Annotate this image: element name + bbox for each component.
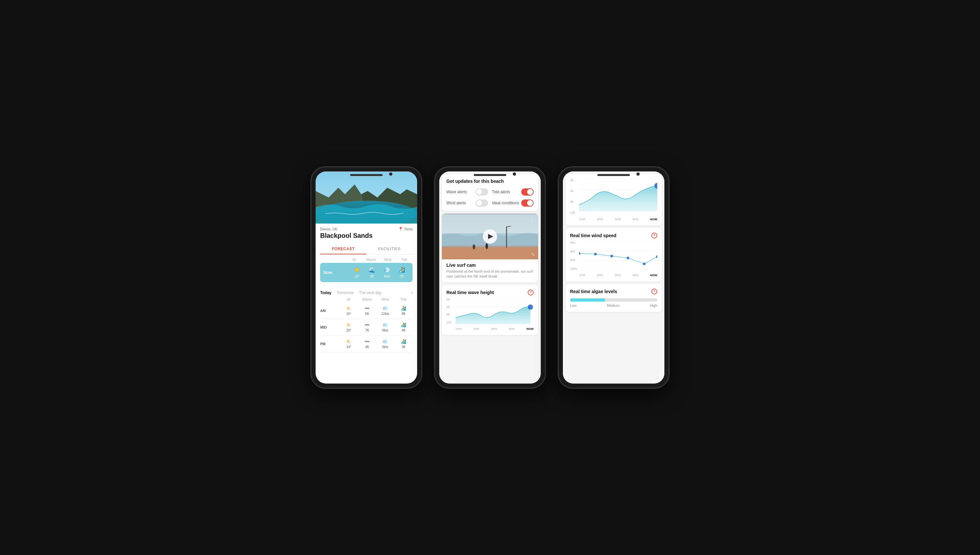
tide-chart-area (579, 179, 657, 214)
algae-labels: Low Medium High (570, 303, 657, 308)
period-tomorrow[interactable]: Tomorrow (337, 290, 354, 295)
video-thumbnail: ⋮ ⤡ (442, 214, 538, 259)
am-wind-val: 12kts (381, 312, 389, 316)
algae-card: Real time algae levels ? Low Medium High (566, 284, 662, 312)
algae-medium: Medium (607, 303, 619, 308)
tide-y-0ft: 0ft (570, 179, 578, 182)
toggle-tide[interactable] (521, 188, 534, 196)
now-label: Now (323, 270, 350, 275)
mid-wind: 💨 8kts (376, 322, 395, 332)
svg-rect-7 (442, 245, 538, 247)
pm-tide-icon: 🏄 (401, 339, 406, 344)
phone1-content: Devon, UK 📍 7kms Blackpool Sands FORECAS… (316, 172, 417, 383)
mid-waves: 〰️ 7ft (358, 322, 376, 332)
wave-height-card: Real time wave height ? 12ft 8ft 4ft 0ft (442, 285, 538, 335)
sun-icon: ☀️ (354, 267, 360, 273)
sub-col-wind: Wind (376, 298, 395, 301)
mid-tide: 🏄 4ft (395, 322, 412, 332)
location-row: Devon, UK 📍 7kms (320, 227, 412, 231)
algae-info-icon[interactable]: ? (651, 289, 657, 294)
mid-air: ⛅ 20° (340, 322, 358, 332)
wind-x-labels: 1PM 2PM 3PM 4PM NOW (579, 274, 657, 277)
forecast-period-rows: Air Waves Wind Tide AM ⛅ 16° 〰️ (316, 298, 417, 356)
toggle-wave[interactable] (476, 188, 488, 196)
video-info: Live surf cam Positioned at the North en… (442, 259, 538, 282)
tide-x-3pm: 3PM (614, 218, 621, 221)
tab-forecast[interactable]: FORECAST (320, 244, 366, 254)
svg-point-28 (610, 255, 613, 257)
alert-tide-label: Tide alerts (492, 190, 510, 194)
x-2pm: 2PM (473, 327, 480, 330)
wind-card: Real time wind speed ? 12kts 8kts 4kts 0… (566, 228, 662, 281)
am-tide-icon: 🏄 (401, 306, 406, 311)
forecast-now-table: Air Waves Wind Tide Now ☀️ 14° 🌊 3 (316, 255, 417, 288)
col-wind: Wind (379, 258, 396, 261)
tab-facilities[interactable]: FACILITIES (366, 244, 412, 254)
tide-x-2pm: 2PM (597, 218, 603, 221)
col-air: Air (346, 258, 363, 261)
am-air: ⛅ 16° (340, 306, 358, 316)
phone-3-screen: 12ft 8ft 4ft 0ft (563, 172, 664, 383)
alert-wave: Wave alerts (446, 188, 488, 196)
alerts-grid: Wave alerts Tide alerts Wind alerts (446, 188, 534, 207)
mid-wind-icon: 💨 (383, 322, 388, 327)
wave-info-icon[interactable]: ? (528, 290, 534, 295)
toggle-wind[interactable] (476, 199, 488, 207)
svg-point-16 (528, 305, 533, 310)
mid-wind-val: 8kts (382, 329, 388, 332)
forecast-now-row: Now ☀️ 14° 🌊 3ft 💨 4kts (320, 263, 412, 282)
am-tide-val: 8ft (401, 312, 405, 316)
wind-icon: 💨 (383, 267, 390, 273)
am-air-val: 16° (346, 312, 351, 316)
wind-y-8kts: 8kts (570, 258, 578, 261)
toggle-ideal[interactable] (521, 199, 534, 207)
alerts-card-title: Get updates for this beach (446, 179, 534, 184)
beach-title: Blackpool Sands (320, 232, 412, 239)
tide-chart: 12ft 8ft 4ft 0ft (570, 179, 657, 221)
mid-label: MID (320, 325, 340, 329)
wave-chart: 12ft 8ft 4ft 0ft (446, 298, 534, 330)
x-3pm: 3PM (491, 327, 497, 330)
phone3-content: 12ft 8ft 4ft 0ft (563, 172, 664, 383)
pm-label: PM (320, 342, 340, 346)
wind-y-12kts: 12kts (570, 267, 578, 270)
video-menu-icon[interactable]: ⋮ (529, 217, 535, 223)
period-today[interactable]: Today (320, 290, 331, 295)
y-12ft: 12ft (446, 321, 454, 324)
pm-wind-val: 6kts (382, 345, 388, 349)
wind-y-4kts: 4kts (570, 250, 578, 253)
algae-title: Real time algae levels (570, 289, 617, 294)
y-4ft: 4ft (446, 305, 454, 309)
wave-y-labels: 12ft 8ft 4ft 0ft (446, 298, 454, 324)
tide-chart-card: 12ft 8ft 4ft 0ft (566, 174, 662, 225)
svg-point-11 (486, 243, 488, 249)
now-tide-val: 2ft (400, 274, 404, 278)
phone-1-screen: Devon, UK 📍 7kms Blackpool Sands FORECAS… (316, 172, 417, 383)
video-description: Positioned at the North end of the prome… (446, 269, 534, 279)
col-tide: Tide (396, 258, 412, 261)
wind-info-icon[interactable]: ? (651, 233, 657, 239)
algae-bar-container: Low Medium High (570, 298, 657, 308)
period-nextday[interactable]: The next day (359, 290, 381, 295)
now-air-val: 14° (354, 274, 360, 278)
sub-col-air: Air (340, 298, 358, 301)
expand-icon[interactable]: ⤡ (531, 252, 535, 257)
wind-chart: 12kts 8kts 4kts 0kts (570, 241, 657, 277)
wind-chart-area (579, 241, 657, 270)
play-button[interactable] (483, 229, 497, 244)
pm-wind: 💨 6kts (376, 339, 395, 349)
svg-point-31 (656, 255, 657, 258)
forecast-now-header: Air Waves Wind Tide (320, 258, 412, 261)
chevron-right-icon: › (411, 290, 412, 296)
phone-1: Devon, UK 📍 7kms Blackpool Sands FORECAS… (311, 167, 422, 388)
wind-x-3pm: 3PM (614, 274, 621, 277)
am-tide: 🏄 8ft (395, 306, 412, 316)
pm-air: ⛅ 14° (340, 339, 358, 349)
svg-rect-6 (442, 246, 538, 259)
svg-point-29 (627, 257, 629, 259)
wave-icon: 🌊 (369, 267, 375, 273)
sub-col-waves: Waves (358, 298, 376, 301)
period-tabs: Today Tomorrow The next day › (316, 288, 417, 298)
wind-title: Real time wind speed (570, 233, 616, 238)
alert-tide: Tide alerts (492, 188, 534, 196)
